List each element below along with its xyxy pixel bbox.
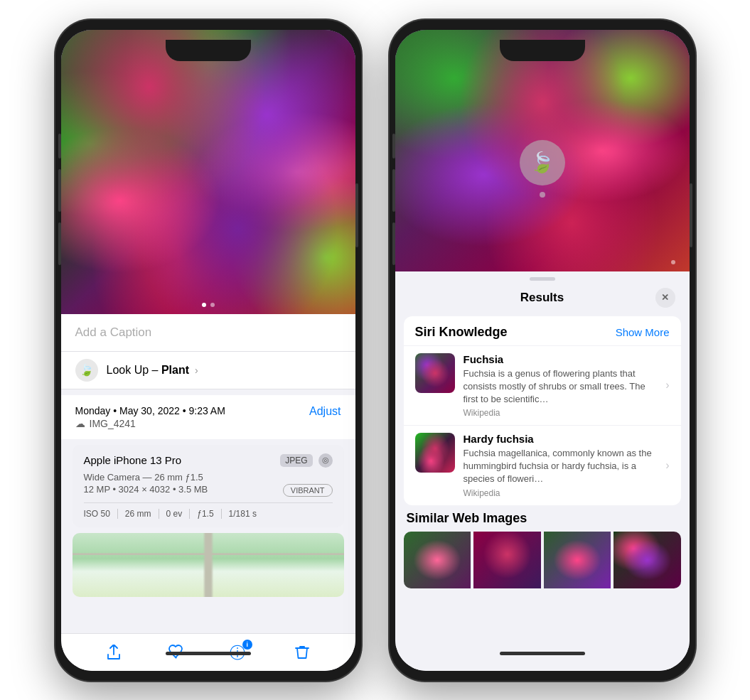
exif-shutter: 1/181 s — [222, 509, 264, 519]
hardy-chevron: › — [665, 459, 669, 472]
right-photo-dot — [671, 260, 675, 264]
vibrant-row: 12 MP • 3024 × 4032 • 3.5 MB VIBRANT — [84, 484, 333, 497]
similar-title: Similar Web Images — [404, 511, 681, 526]
camera-detail-2: 12 MP • 3024 × 4032 • 3.5 MB — [84, 484, 208, 495]
camera-badges: JPEG ◎ — [280, 453, 332, 468]
similar-section: Similar Web Images — [404, 511, 681, 588]
dot-2 — [210, 303, 215, 307]
siri-leaf-icon: 🍃 — [530, 151, 555, 174]
similar-image-3[interactable] — [544, 532, 611, 588]
hardy-thumbnail — [415, 433, 455, 473]
date-info: Monday • May 30, 2022 • 9:23 AM ☁ IMG_42… — [75, 405, 225, 429]
lookup-row[interactable]: 🍃 Look Up – Plant › — [61, 352, 355, 389]
close-button[interactable]: ✕ — [655, 288, 675, 308]
exif-ev: 0 ev — [159, 509, 191, 519]
right-photo-area[interactable]: 🍃 — [395, 30, 690, 271]
fuchsia-thumb-image — [415, 353, 455, 393]
date-text: Monday • May 30, 2022 • 9:23 AM — [75, 405, 225, 416]
hardy-source: Wikipedia — [464, 488, 658, 498]
right-home-indicator — [500, 652, 585, 655]
fuchsia-source: Wikipedia — [464, 408, 658, 418]
siri-visual-overlay: 🍃 — [520, 140, 565, 185]
siri-knowledge-header: Siri Knowledge Show More — [404, 316, 681, 345]
delete-button[interactable] — [292, 642, 312, 662]
home-indicator — [166, 652, 251, 655]
similar-images-grid[interactable] — [404, 532, 681, 588]
caption-area[interactable]: Add a Caption — [61, 314, 355, 352]
vibrant-badge: VIBRANT — [283, 484, 333, 497]
map-preview[interactable] — [73, 533, 344, 597]
hardy-name: Hardy fuchsia — [464, 433, 658, 445]
jpeg-badge: JPEG — [280, 454, 312, 467]
flower-image — [61, 30, 355, 314]
right-notch — [500, 40, 585, 61]
fuchsia-text: Fuchsia Fuchsia is a genus of flowering … — [464, 353, 658, 419]
knowledge-item-hardy[interactable]: Hardy fuchsia Fuchsia magellanica, commo… — [404, 425, 681, 505]
results-panel: Results ✕ Siri Knowledge Show More — [395, 271, 690, 671]
hardy-desc: Fuchsia magellanica, commonly known as t… — [464, 447, 658, 486]
exif-mm: 26 mm — [118, 509, 159, 519]
results-title: Results — [429, 291, 655, 305]
right-power-button[interactable] — [690, 183, 692, 247]
dot-1 — [202, 303, 206, 307]
camera-detail-1: Wide Camera — 26 mm ƒ1.5 — [84, 472, 333, 483]
right-screen: 🍃 Results ✕ Siri Knowledge Show More — [395, 30, 690, 671]
power-button[interactable] — [355, 183, 358, 247]
right-phone-frame: 🍃 Results ✕ Siri Knowledge Show More — [390, 20, 695, 681]
siri-knowledge-section: Siri Knowledge Show More Fuchsia Fuchsia… — [404, 316, 681, 505]
cloud-icon: ☁ — [75, 418, 85, 429]
exif-row: ISO 50 26 mm 0 ev ƒ1.5 1/181 s — [84, 502, 333, 519]
siri-section-title: Siri Knowledge — [415, 325, 508, 340]
share-button[interactable] — [104, 642, 124, 662]
info-badge: i — [242, 640, 252, 650]
show-more-button[interactable]: Show More — [616, 326, 670, 338]
map-roads — [73, 533, 344, 597]
siri-dot — [540, 192, 545, 198]
left-phone-frame: Add a Caption 🍃 Look Up – Plant › Monday… — [55, 20, 361, 681]
fuchsia-name: Fuchsia — [464, 353, 658, 365]
similar-image-1[interactable] — [404, 532, 471, 588]
fuchsia-chevron: › — [665, 379, 669, 392]
notch — [166, 40, 251, 61]
similar-image-2[interactable] — [473, 532, 541, 588]
filename: IMG_4241 — [90, 418, 136, 429]
exif-iso: ISO 50 — [84, 509, 118, 519]
results-header: Results ✕ — [395, 281, 690, 313]
fuchsia-thumbnail — [415, 353, 455, 393]
similar-image-4[interactable] — [614, 532, 681, 588]
date-row: Monday • May 30, 2022 • 9:23 AM ☁ IMG_42… — [75, 405, 341, 429]
exif-aperture: ƒ1.5 — [190, 509, 221, 519]
camera-section: Apple iPhone 13 Pro JPEG ◎ Wide Camera —… — [73, 445, 344, 527]
photo-indicator — [202, 303, 215, 307]
adjust-button[interactable]: Adjust — [309, 405, 341, 418]
camera-header: Apple iPhone 13 Pro JPEG ◎ — [84, 453, 333, 468]
knowledge-item-fuchsia[interactable]: Fuchsia Fuchsia is a genus of flowering … — [404, 345, 681, 426]
lookup-icon: 🍃 — [75, 359, 98, 382]
filename-row: ☁ IMG_4241 — [75, 418, 225, 429]
location-icon: ◎ — [318, 453, 333, 468]
hardy-thumb-image — [415, 433, 455, 473]
caption-placeholder[interactable]: Add a Caption — [75, 325, 152, 339]
hardy-text: Hardy fuchsia Fuchsia magellanica, commo… — [464, 433, 658, 498]
left-screen: Add a Caption 🍃 Look Up – Plant › Monday… — [61, 30, 355, 671]
fuchsia-desc: Fuchsia is a genus of flowering plants t… — [464, 367, 658, 406]
camera-name: Apple iPhone 13 Pro — [84, 454, 182, 466]
info-section: Monday • May 30, 2022 • 9:23 AM ☁ IMG_42… — [61, 395, 355, 439]
photo-area[interactable] — [61, 30, 355, 314]
lookup-label: Look Up – Plant › — [107, 364, 198, 377]
